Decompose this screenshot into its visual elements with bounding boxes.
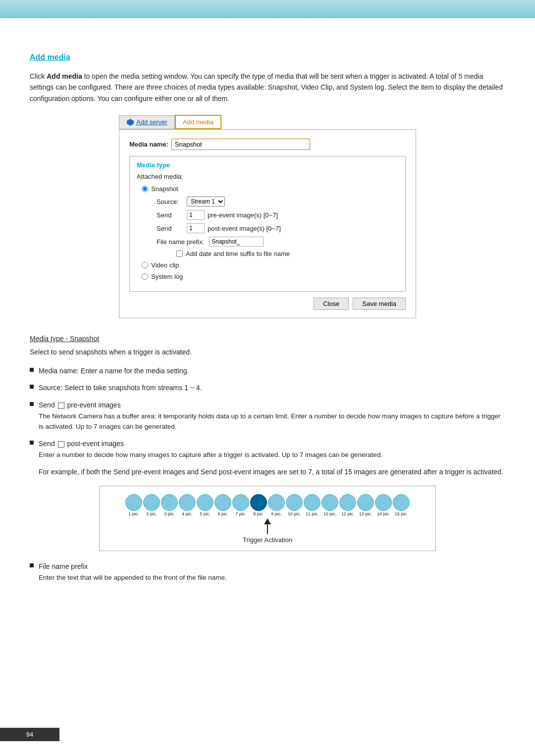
bullet-media-name-text: Media name: Enter a name for the media s… bbox=[39, 367, 189, 375]
bullet-post-event-main: Send post-event images bbox=[39, 438, 505, 449]
circle-label: 15 pic. bbox=[395, 511, 408, 516]
circle-label: 7 pic. bbox=[235, 511, 246, 516]
media-name-label: Media name: bbox=[129, 141, 168, 148]
send-pre-input[interactable] bbox=[187, 210, 205, 220]
media-name-row: Media name: bbox=[129, 139, 406, 150]
circle-node bbox=[214, 494, 231, 511]
circle-label: 1 pic. bbox=[128, 511, 139, 516]
media-name-input[interactable] bbox=[171, 139, 310, 150]
add-media-tab[interactable]: Add media bbox=[175, 115, 221, 129]
trigger-area: Trigger Activation bbox=[107, 518, 428, 544]
bullet-post-event: Send post-event images Enter a number to… bbox=[30, 438, 505, 460]
system-log-radio-row: System log bbox=[142, 273, 398, 280]
add-server-tab[interactable]: Add server bbox=[119, 115, 175, 129]
video-clip-radio[interactable] bbox=[142, 262, 148, 268]
svg-marker-0 bbox=[127, 119, 134, 126]
snapshot-subsection: Media type - Snapshot Select to send sna… bbox=[30, 333, 505, 357]
timeline-circle-16: 15 pic. bbox=[393, 494, 410, 516]
circle-label: 10 pic. bbox=[288, 511, 301, 516]
circle-node bbox=[321, 494, 338, 511]
bullet-pre-event-sub: The Network Camera has a buffer area; it… bbox=[39, 411, 505, 432]
timeline-circle-3: 3 pic. bbox=[161, 494, 178, 516]
section-title: Add media bbox=[30, 53, 505, 62]
snapshot-radio-label: Snapshot bbox=[151, 185, 178, 193]
circle-node bbox=[250, 494, 267, 511]
snapshot-subsection-title: Media type - Snapshot bbox=[30, 333, 505, 344]
timeline-circle-13: 12 pic. bbox=[339, 494, 356, 516]
circle-label: 3 pic. bbox=[164, 511, 175, 516]
circle-label: 13 pic. bbox=[359, 511, 373, 516]
page-number: 94 bbox=[26, 731, 33, 738]
timeline-circle-12: 10 pic. bbox=[321, 494, 338, 516]
example-paragraph: For example, if both the Send pre-event … bbox=[39, 466, 505, 477]
circle-label: 11 pic. bbox=[306, 511, 319, 516]
timeline-circle-14: 13 pic. bbox=[357, 494, 374, 516]
send-pre-label: Send bbox=[157, 211, 184, 219]
arrow-line bbox=[267, 524, 268, 534]
media-type-title: Media type bbox=[137, 161, 398, 169]
file-prefix-label: File name prefix: bbox=[157, 238, 206, 246]
bullet-post-event-sub: Enter a number to decide how many images… bbox=[39, 450, 505, 460]
circle-node bbox=[393, 494, 410, 511]
snapshot-radio-row: Snapshot bbox=[142, 185, 398, 193]
bullet-square-icon bbox=[30, 385, 34, 389]
close-button[interactable]: Close bbox=[314, 298, 349, 310]
dialog-wrapper: Add server Add media Media name: Media t… bbox=[119, 115, 416, 318]
circle-node bbox=[357, 494, 374, 511]
pre-event-text: pre-event image(s) [0~7] bbox=[208, 211, 278, 219]
timeline-circle-7: 7 pic. bbox=[232, 494, 249, 516]
top-bar bbox=[0, 0, 535, 18]
add-server-label: Add server bbox=[136, 118, 167, 126]
date-suffix-checkbox[interactable] bbox=[176, 251, 183, 257]
tab-bar: Add server Add media bbox=[119, 115, 416, 129]
bullet-square-icon bbox=[30, 563, 34, 567]
circle-node bbox=[179, 494, 196, 511]
timeline-circle-1: 1 pic. bbox=[125, 494, 142, 516]
video-clip-radio-row: Video clip bbox=[142, 261, 398, 269]
add-media-label: Add media bbox=[183, 118, 214, 126]
circle-label: 9 pic. bbox=[271, 511, 282, 516]
trigger-arrow: Trigger Activation bbox=[243, 518, 292, 544]
timeline-circles: 1 pic.2 pic.3 pic.4 pic.5 pic.6 pic.7 pi… bbox=[107, 494, 428, 516]
bullet-square-icon bbox=[30, 441, 34, 445]
media-type-section: Media type Attached media: Snapshot Sour… bbox=[129, 156, 406, 292]
circle-label: 6 pic. bbox=[217, 511, 228, 516]
source-label: Source: bbox=[157, 198, 184, 205]
circle-node bbox=[232, 494, 249, 511]
bullet-pre-event: Send pre-event images The Network Camera… bbox=[30, 400, 505, 432]
circle-label: 5 pic. bbox=[200, 511, 211, 516]
bullet-media-name: Media name: Enter a name for the media s… bbox=[30, 365, 505, 376]
file-prefix-input[interactable] bbox=[209, 237, 264, 247]
send-post-input[interactable] bbox=[187, 223, 205, 233]
circle-node bbox=[125, 494, 142, 511]
source-row: Source: Stream 1 Stream 2 Stream 3 Strea… bbox=[157, 197, 398, 206]
add-server-icon bbox=[126, 118, 134, 126]
send-pre-event-row: Send pre-event image(s) [0~7] bbox=[157, 210, 398, 220]
circle-node bbox=[339, 494, 356, 511]
circle-node bbox=[197, 494, 214, 511]
timeline-diagram: 1 pic.2 pic.3 pic.4 pic.5 pic.6 pic.7 pi… bbox=[99, 486, 436, 551]
post-event-checkbox-icon bbox=[58, 441, 64, 448]
circle-node bbox=[143, 494, 160, 511]
source-select[interactable]: Stream 1 Stream 2 Stream 3 Stream 4 bbox=[187, 197, 225, 206]
circle-label: 10 pic. bbox=[323, 511, 337, 516]
circle-label: 2 pic. bbox=[146, 511, 157, 516]
timeline-circle-2: 2 pic. bbox=[143, 494, 160, 516]
timeline-circle-10: 10 pic. bbox=[286, 494, 303, 516]
attached-media-label: Attached media: bbox=[137, 173, 398, 180]
circle-node bbox=[375, 494, 392, 511]
snapshot-radio[interactable] bbox=[142, 186, 148, 192]
intro-paragraph: Click Add media to open the media settin… bbox=[30, 71, 505, 104]
circle-node bbox=[304, 494, 321, 511]
bullet-square-icon bbox=[30, 402, 34, 406]
timeline-circle-9: 9 pic. bbox=[268, 494, 285, 516]
system-log-radio[interactable] bbox=[142, 273, 148, 280]
save-media-button[interactable]: Save media bbox=[353, 298, 406, 310]
circle-node bbox=[161, 494, 178, 511]
snapshot-subtitle: Select to send snapshots when a trigger … bbox=[30, 347, 505, 357]
video-clip-label: Video clip bbox=[151, 261, 179, 269]
system-log-label: System log bbox=[151, 273, 183, 280]
page-footer: 94 bbox=[0, 728, 59, 741]
circle-label: 14 pic. bbox=[377, 511, 390, 516]
dialog-footer: Close Save media bbox=[129, 298, 406, 310]
